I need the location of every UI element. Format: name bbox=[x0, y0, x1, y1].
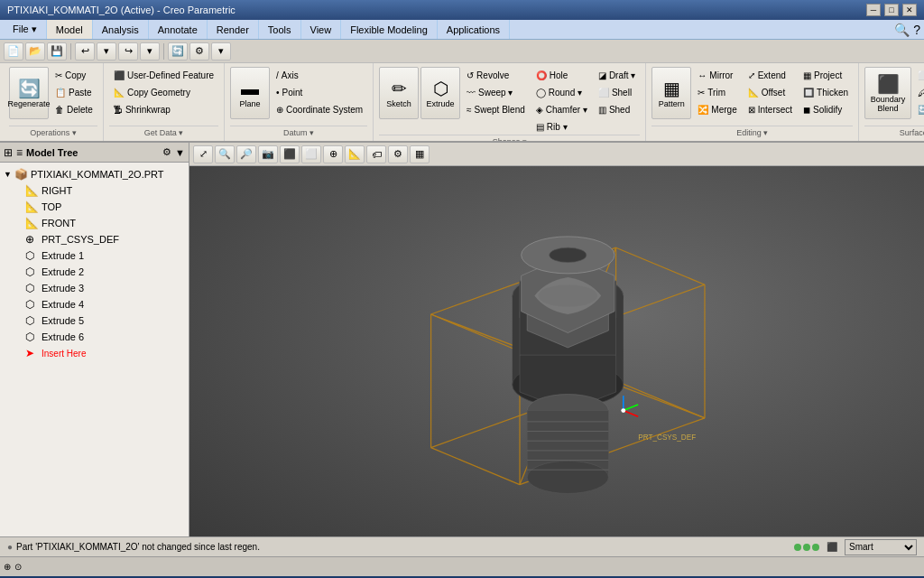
boundary-blend-button[interactable]: ⬛ Boundary Blend bbox=[864, 67, 911, 119]
copy-geometry-button[interactable]: 📐 Copy Geometry bbox=[109, 84, 218, 100]
tree-item-extrude1[interactable]: ⬡ Extrude 1 bbox=[0, 247, 189, 264]
tab-model[interactable]: Model bbox=[47, 20, 93, 39]
tree-item-root[interactable]: ▼ 📦 PTIXIAKI_KOMMATI_2O.PRT bbox=[0, 166, 189, 182]
tab-applications[interactable]: Applications bbox=[438, 20, 510, 39]
intersect-button[interactable]: ⊠ Intersect bbox=[744, 101, 797, 117]
settings-button[interactable]: ⚙ bbox=[189, 42, 209, 61]
tab-file[interactable]: File ▾ bbox=[4, 20, 47, 39]
revolve-icon: ↺ bbox=[467, 70, 474, 80]
top-icon: 📐 bbox=[25, 200, 40, 213]
annotation-display-button[interactable]: 🏷 bbox=[366, 145, 386, 163]
shed-button[interactable]: ▥ Shed bbox=[594, 101, 640, 117]
operations-label: Operations ▾ bbox=[9, 126, 97, 137]
thicken-button[interactable]: 🔲 Thicken bbox=[799, 84, 853, 100]
svg-line-3 bbox=[431, 448, 520, 485]
project-icon: ▦ bbox=[803, 70, 811, 80]
tab-view[interactable]: View bbox=[301, 20, 342, 39]
fit-button[interactable]: ⤢ bbox=[193, 145, 213, 163]
record-button[interactable]: ⬛ bbox=[827, 542, 837, 552]
undo-dropdown[interactable]: ▾ bbox=[97, 42, 116, 61]
draft-button[interactable]: ◪ Draft ▾ bbox=[594, 67, 640, 83]
swept-blend-button[interactable]: ≈ Swept Blend bbox=[462, 101, 530, 117]
editing-label: Editing ▾ bbox=[651, 126, 853, 137]
style-button[interactable]: 🖊 Style bbox=[913, 84, 924, 100]
fill-button[interactable]: ⬜ Fill bbox=[913, 67, 924, 83]
project-button[interactable]: ▦ Project bbox=[799, 67, 853, 83]
sweep-button[interactable]: 〰 Sweep ▾ bbox=[462, 84, 530, 100]
user-defined-feature-button[interactable]: ⬛ User-Defined Feature bbox=[109, 67, 218, 83]
new-button[interactable]: 📄 bbox=[4, 42, 23, 61]
hole-button[interactable]: ⭕ Hole bbox=[531, 67, 592, 83]
tree-item-front[interactable]: 📐 FRONT bbox=[0, 215, 189, 231]
paste-icon: 📋 bbox=[55, 88, 66, 98]
shrinkwrap-button[interactable]: 🗜 Shrinkwrap bbox=[109, 101, 218, 117]
regenerate-button[interactable]: 🔄 Regenerate bbox=[9, 67, 49, 119]
tree-list-icon[interactable]: ≡ bbox=[16, 146, 23, 159]
tree-grid-icon[interactable]: ⊞ bbox=[4, 146, 13, 159]
plane-button[interactable]: ▬ Plane bbox=[230, 67, 270, 119]
tree-item-insert-here[interactable]: ➤ Insert Here bbox=[0, 345, 189, 361]
sketch-button[interactable]: ✏ Sketch bbox=[379, 67, 419, 119]
tab-flexible-modeling[interactable]: Flexible Modeling bbox=[341, 20, 438, 39]
tree-item-prt-csys[interactable]: ⊕ PRT_CSYS_DEF bbox=[0, 231, 189, 247]
customize-button[interactable]: ▾ bbox=[211, 42, 231, 61]
close-button[interactable]: ✕ bbox=[902, 4, 917, 16]
save-button[interactable]: 💾 bbox=[47, 42, 67, 61]
shell-button[interactable]: ⬜ Shell bbox=[594, 84, 640, 100]
perspective-button[interactable]: ⬜ bbox=[301, 145, 321, 163]
tree-settings-icon[interactable]: ⚙ bbox=[162, 146, 171, 158]
tab-annotate[interactable]: Annotate bbox=[149, 20, 208, 39]
tree-filter-icon[interactable]: ▼ bbox=[175, 147, 185, 158]
spin-center-button[interactable]: ⊕ bbox=[323, 145, 343, 163]
tree-item-extrude2[interactable]: ⬡ Extrude 2 bbox=[0, 264, 189, 280]
ex5-icon: ⬡ bbox=[25, 314, 40, 327]
redo-dropdown[interactable]: ▾ bbox=[140, 42, 160, 61]
point-button[interactable]: • Point bbox=[272, 84, 367, 100]
open-button[interactable]: 📂 bbox=[25, 42, 45, 61]
display-modes-button[interactable]: ▦ bbox=[410, 145, 430, 163]
redo-button[interactable]: ↪ bbox=[118, 42, 138, 61]
axis-button[interactable]: / Axis bbox=[272, 67, 367, 83]
tree-item-top[interactable]: 📐 TOP bbox=[0, 199, 189, 215]
view-manager-button[interactable]: ⚙ bbox=[388, 145, 408, 163]
tab-analysis[interactable]: Analysis bbox=[93, 20, 149, 39]
merge-button[interactable]: 🔀 Merge bbox=[693, 101, 741, 117]
search-icon[interactable]: 🔍 bbox=[894, 23, 910, 37]
trim-button[interactable]: ✂ Trim bbox=[693, 84, 741, 100]
tree-item-extrude3[interactable]: ⬡ Extrude 3 bbox=[0, 280, 189, 296]
tab-tools[interactable]: Tools bbox=[259, 20, 301, 39]
tab-render[interactable]: Render bbox=[208, 20, 259, 39]
minimize-button[interactable]: ─ bbox=[866, 4, 881, 16]
revolve-button[interactable]: ↺ Revolve bbox=[462, 67, 530, 83]
zoom-out-button[interactable]: 🔍 bbox=[215, 145, 235, 163]
saved-views-button[interactable]: 📷 bbox=[258, 145, 278, 163]
regenerate-all-button[interactable]: 🔄 bbox=[168, 42, 188, 61]
csys-button[interactable]: ⊕ Coordinate System bbox=[272, 101, 367, 117]
extend-button[interactable]: ⤢ Extend bbox=[744, 67, 797, 83]
extrude-button[interactable]: ⬡ Extrude bbox=[420, 67, 460, 119]
display-style-button[interactable]: ⬛ bbox=[280, 145, 300, 163]
tree-item-extrude6[interactable]: ⬡ Extrude 6 bbox=[0, 329, 189, 345]
tree-item-right[interactable]: 📐 RIGHT bbox=[0, 182, 189, 199]
delete-button[interactable]: 🗑 Delete bbox=[51, 101, 97, 117]
offset-button[interactable]: 📐 Offset bbox=[744, 84, 797, 100]
tree-item-extrude4[interactable]: ⬡ Extrude 4 bbox=[0, 296, 189, 312]
viewport[interactable]: ⤢ 🔍 🔎 📷 ⬛ ⬜ ⊕ 📐 🏷 ⚙ ▦ bbox=[189, 143, 924, 536]
zoom-in-button[interactable]: 🔎 bbox=[236, 145, 256, 163]
rib-button[interactable]: ▤ Rib ▾ bbox=[531, 118, 592, 135]
paste-button[interactable]: 📋 Paste bbox=[51, 84, 97, 100]
copy-button[interactable]: ✂ Copy bbox=[51, 67, 97, 83]
solidify-button[interactable]: ◼ Solidify bbox=[799, 101, 853, 117]
freestyle-button[interactable]: 🔄 Freestyle bbox=[913, 101, 924, 117]
chamfer-button[interactable]: ◈ Chamfer ▾ bbox=[531, 101, 592, 117]
tree-item-extrude5[interactable]: ⬡ Extrude 5 bbox=[0, 312, 189, 329]
datum-display-button[interactable]: 📐 bbox=[345, 145, 365, 163]
help-icon[interactable]: ? bbox=[913, 23, 920, 37]
smart-select[interactable]: Smart bbox=[845, 539, 917, 555]
pattern-button[interactable]: ▦ Pattern bbox=[651, 67, 691, 119]
round-button[interactable]: ◯ Round ▾ bbox=[531, 84, 592, 100]
undo-button[interactable]: ↩ bbox=[75, 42, 95, 61]
mirror-button[interactable]: ↔ Mirror bbox=[693, 67, 741, 83]
plane-icon: ▬ bbox=[241, 79, 259, 99]
restore-button[interactable]: □ bbox=[884, 4, 899, 16]
